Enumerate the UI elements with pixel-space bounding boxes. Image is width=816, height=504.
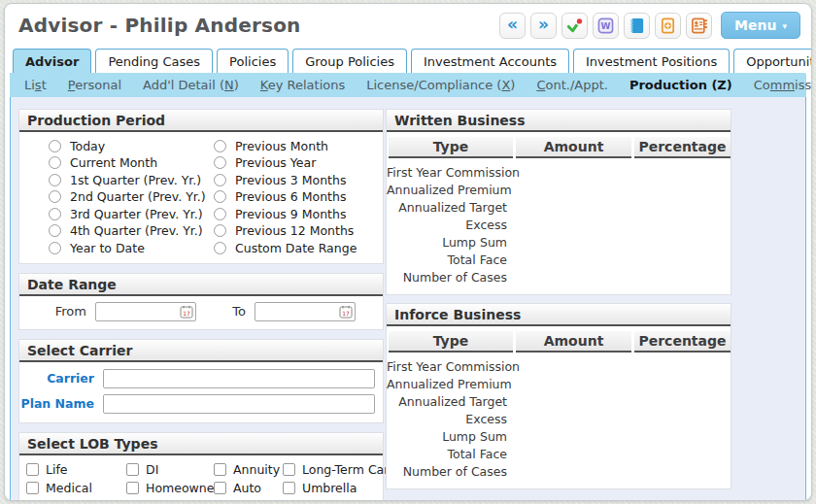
lob-checkbox-life[interactable]: Life	[26, 462, 126, 477]
lob-checkbox-auto[interactable]: Auto	[214, 481, 283, 495]
word-export-button[interactable]: W	[593, 13, 619, 39]
radio-circle-icon[interactable]	[49, 140, 61, 152]
menu-button[interactable]: Menu ▾	[721, 12, 800, 39]
calendar-icon[interactable]: 17	[180, 305, 193, 319]
lob-checkbox-annuity[interactable]: Annuity	[214, 462, 283, 477]
subnav-item-add-l-detail-n[interactable]: Add'l Detail (N)	[143, 78, 239, 92]
lob-checkbox-long-term-care[interactable]: Long-Term Care	[283, 462, 396, 477]
carrier-label[interactable]: Carrier	[19, 371, 103, 386]
radio-circle-icon[interactable]	[214, 224, 226, 237]
checkbox-icon[interactable]	[283, 463, 295, 476]
plan-name-input[interactable]	[103, 394, 375, 414]
carrier-input[interactable]	[103, 369, 375, 388]
tab-label: Advisor	[25, 54, 79, 69]
tab-bar: AdvisorPending CasesPoliciesGroup Polici…	[10, 47, 806, 73]
radio-option-today[interactable]: Today	[49, 138, 214, 154]
radio-option-previous-month[interactable]: Previous Month	[214, 138, 379, 154]
inforce-business-column-headers: Type Amount Percentage	[387, 326, 731, 353]
checkbox-label: Homeowner	[146, 481, 220, 495]
tab-opportunities[interactable]: Opportunities	[733, 49, 812, 73]
checkbox-icon[interactable]	[26, 500, 39, 502]
notebook-button[interactable]	[624, 13, 650, 39]
radio-circle-icon[interactable]	[214, 140, 226, 152]
checkbox-icon[interactable]	[126, 500, 139, 502]
radio-circle-icon[interactable]	[49, 190, 61, 203]
nav-next-button[interactable]: »	[530, 13, 557, 39]
radio-label: 1st Quarter (Prev. Yr.)	[70, 173, 201, 187]
radio-circle-icon[interactable]	[214, 156, 226, 169]
inforce-business-section: Inforce Business Type Amount Percentage …	[386, 303, 731, 489]
checkbox-icon[interactable]	[26, 463, 39, 476]
radio-option-current-month[interactable]: Current Month	[49, 155, 214, 172]
radio-circle-icon[interactable]	[214, 174, 226, 186]
calendar-icon[interactable]: 17	[339, 305, 353, 319]
written-business-header: Written Business	[387, 110, 731, 132]
radio-circle-icon[interactable]	[49, 224, 61, 237]
checkbox-icon[interactable]	[126, 482, 139, 494]
radio-option-previous-6-months[interactable]: Previous 6 Months	[214, 189, 379, 206]
radio-label: Previous 9 Months	[235, 207, 346, 221]
subnav-item-personal[interactable]: Personal	[68, 78, 121, 92]
to-date-wrap: 17	[255, 302, 356, 321]
nav-previous-button[interactable]: «	[499, 13, 526, 39]
subnav-item-cont-appt[interactable]: Cont./Appt.	[536, 78, 608, 92]
add-document-button[interactable]	[655, 13, 681, 39]
lob-checkbox-critical-illness[interactable]: Critical Illness	[26, 499, 126, 502]
column-header-type: Type	[389, 137, 513, 158]
radio-circle-icon[interactable]	[49, 156, 61, 169]
tab-investment-accounts[interactable]: Investment Accounts	[411, 49, 569, 73]
subnav-item-license-compliance-x[interactable]: License/Compliance (X)	[366, 78, 515, 92]
lob-checkbox-di[interactable]: DI	[126, 462, 214, 477]
radio-circle-icon[interactable]	[49, 208, 61, 220]
table-row: First Year Commission	[387, 163, 731, 181]
subnav-item-commission[interactable]: Commission	[754, 78, 812, 92]
radio-option-previous-year[interactable]: Previous Year	[214, 155, 379, 172]
subnav-item-production-z[interactable]: Production (Z)	[629, 78, 732, 92]
lob-checkbox-medical[interactable]: Medical	[26, 481, 126, 495]
subnav-item-list[interactable]: List	[24, 78, 47, 92]
add-document-icon	[659, 17, 677, 35]
date-range-section: Date Range From 17 To	[18, 273, 384, 330]
radio-label: Previous 3 Months	[235, 173, 346, 187]
right-column: Written Business Type Amount Percentage …	[386, 109, 731, 501]
radio-option-4th-quarter-prev-yr[interactable]: 4th Quarter (Prev. Yr.)	[49, 223, 214, 240]
tab-policies[interactable]: Policies	[217, 49, 289, 73]
tab-label: Policies	[229, 54, 276, 69]
lob-options: LifeDIAnnuityLong-Term CareMedicalHomeow…	[19, 455, 383, 502]
lob-checkbox-umbrella[interactable]: Umbrella	[283, 481, 396, 495]
radio-option-2nd-quarter-prev-yr[interactable]: 2nd Quarter (Prev. Yr.)	[49, 189, 214, 206]
checkbox-label: Other	[146, 499, 181, 502]
checkbox-icon[interactable]	[283, 482, 295, 494]
tab-advisor[interactable]: Advisor	[13, 49, 91, 73]
radio-option-3rd-quarter-prev-yr[interactable]: 3rd Quarter (Prev. Yr.)	[49, 206, 214, 222]
checkbox-icon[interactable]	[214, 463, 226, 476]
checkbox-icon[interactable]	[214, 482, 226, 494]
select-lob-types-section: Select LOB Types LifeDIAnnuityLong-Term …	[18, 432, 384, 502]
radio-circle-icon[interactable]	[214, 190, 226, 203]
radio-label: Previous 6 Months	[235, 189, 346, 204]
radio-option-previous-3-months[interactable]: Previous 3 Months	[214, 172, 379, 188]
radio-option-previous-9-months[interactable]: Previous 9 Months	[214, 206, 379, 222]
checkbox-icon[interactable]	[26, 482, 39, 494]
plan-name-label[interactable]: Plan Name	[19, 396, 103, 411]
select-carrier-body: Carrier Plan Name	[19, 362, 383, 422]
tab-group-policies[interactable]: Group Policies	[292, 49, 407, 73]
to-label: To	[196, 304, 255, 319]
radio-circle-icon[interactable]	[214, 242, 226, 254]
radio-circle-icon[interactable]	[49, 242, 61, 254]
select-carrier-header: Select Carrier	[19, 340, 383, 362]
subnav-item-key-relations[interactable]: Key Relations	[260, 78, 345, 92]
contact-card-button[interactable]	[686, 13, 712, 39]
tab-pending-cases[interactable]: Pending Cases	[95, 49, 213, 73]
lob-checkbox-other[interactable]: Other	[126, 499, 214, 502]
validate-button[interactable]	[561, 13, 588, 39]
radio-option-previous-12-months[interactable]: Previous 12 Months	[214, 223, 379, 240]
tab-investment-positions[interactable]: Investment Positions	[573, 49, 730, 73]
lob-checkbox-homeowner[interactable]: Homeowner	[126, 481, 214, 495]
checkbox-icon[interactable]	[126, 463, 139, 476]
radio-option-1st-quarter-prev-yr[interactable]: 1st Quarter (Prev. Yr.)	[49, 172, 214, 188]
radio-option-custom-date-range[interactable]: Custom Date Range	[214, 240, 379, 256]
radio-circle-icon[interactable]	[214, 208, 226, 220]
radio-option-year-to-date[interactable]: Year to Date	[49, 240, 214, 256]
radio-circle-icon[interactable]	[49, 174, 61, 186]
